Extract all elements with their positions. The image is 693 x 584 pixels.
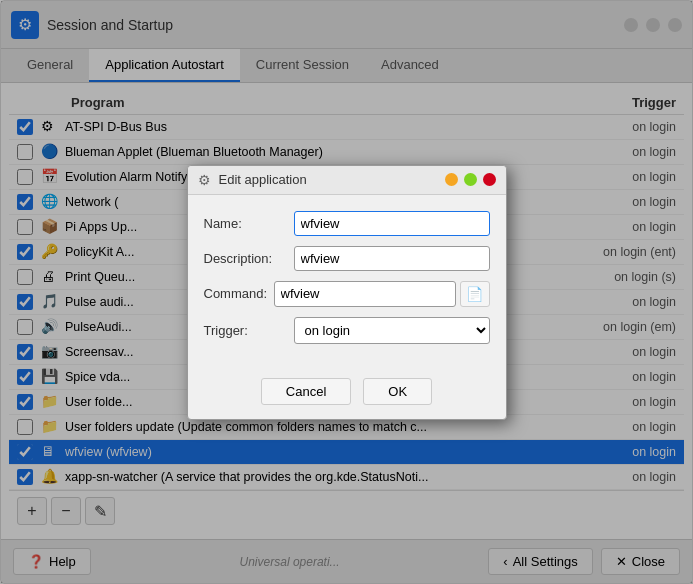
cancel-button[interactable]: Cancel — [261, 378, 351, 405]
modal-titlebar: ⚙ Edit application — [188, 166, 506, 195]
modal-title-text: Edit application — [219, 172, 307, 187]
name-input[interactable] — [294, 211, 490, 236]
name-row: Name: — [204, 211, 490, 236]
name-label: Name: — [204, 216, 294, 231]
modal-footer: Cancel OK — [188, 370, 506, 419]
description-label: Description: — [204, 251, 294, 266]
description-row: Description: — [204, 246, 490, 271]
trigger-select[interactable]: on login on logout never — [294, 317, 490, 344]
trigger-label: Trigger: — [204, 323, 294, 338]
command-label: Command: — [204, 286, 274, 301]
modal-maximize-button[interactable] — [464, 173, 477, 186]
modal-minimize-button[interactable] — [445, 173, 458, 186]
edit-application-modal: ⚙ Edit application Name: Description: — [187, 165, 507, 420]
browse-file-button[interactable]: 📄 — [460, 281, 490, 307]
modal-overlay: ⚙ Edit application Name: Description: — [1, 1, 692, 583]
ok-button[interactable]: OK — [363, 378, 432, 405]
modal-title-icon: ⚙ — [198, 172, 211, 188]
main-window: ⚙ Session and Startup General Applicatio… — [0, 0, 693, 584]
modal-title-left: ⚙ Edit application — [198, 172, 307, 188]
trigger-row: Trigger: on login on logout never — [204, 317, 490, 344]
description-input[interactable] — [294, 246, 490, 271]
command-row: Command: 📄 — [204, 281, 490, 307]
modal-controls — [445, 173, 496, 186]
command-input[interactable] — [274, 281, 456, 307]
command-field-group: 📄 — [274, 281, 490, 307]
modal-body: Name: Description: Command: 📄 Trigger: — [188, 195, 506, 370]
modal-close-button[interactable] — [483, 173, 496, 186]
